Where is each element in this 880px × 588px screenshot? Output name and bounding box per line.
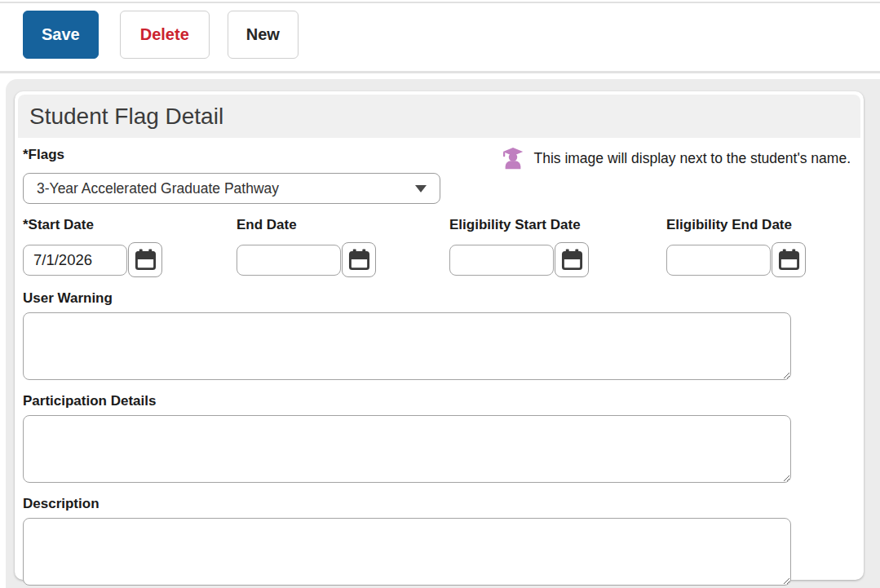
user-warning-field: User Warning <box>23 290 856 380</box>
save-button[interactable]: Save <box>23 11 99 59</box>
end-date-input[interactable] <box>237 245 341 276</box>
flags-label: *Flags <box>23 147 440 163</box>
panel-header: Student Flag Detail <box>18 95 860 138</box>
eligibility-end-date-input[interactable] <box>666 245 771 276</box>
panel-title: Student Flag Detail <box>29 104 223 130</box>
end-date-field: End Date <box>237 217 449 277</box>
delete-button[interactable]: Delete <box>120 11 210 59</box>
image-note-text: This image will display next to the stud… <box>533 150 851 167</box>
eligibility-start-date-calendar-button[interactable] <box>555 242 589 277</box>
calendar-icon <box>348 249 370 271</box>
start-date-input[interactable] <box>23 245 127 276</box>
end-date-calendar-button[interactable] <box>342 242 376 277</box>
content-area: Student Flag Detail *Flags 3-Year Accele… <box>0 79 880 588</box>
participation-details-field: Participation Details <box>23 393 856 483</box>
eligibility-start-date-input[interactable] <box>449 245 554 276</box>
eligibility-end-date-calendar-button[interactable] <box>772 242 806 277</box>
flags-select[interactable]: 3-Year Accelerated Graduate Pathway <box>23 173 440 204</box>
end-date-label: End Date <box>237 217 449 233</box>
calendar-icon <box>778 249 800 271</box>
new-button[interactable]: New <box>228 11 298 59</box>
eligibility-start-date-field: Eligibility Start Date <box>449 217 666 277</box>
description-label: Description <box>23 496 856 512</box>
eligibility-end-date-field: Eligibility End Date <box>666 217 806 277</box>
description-field: Description <box>23 496 856 586</box>
toolbar-gap <box>0 73 880 79</box>
participation-details-textarea[interactable] <box>23 415 791 483</box>
graduate-student-icon <box>501 146 525 170</box>
start-date-field: *Start Date <box>23 217 237 277</box>
calendar-icon <box>135 249 157 271</box>
start-date-label: *Start Date <box>23 217 237 233</box>
start-date-calendar-button[interactable] <box>128 242 162 277</box>
image-note: This image will display next to the stud… <box>501 146 851 170</box>
eligibility-end-date-label: Eligibility End Date <box>666 217 806 233</box>
student-flag-form: *Flags 3-Year Accelerated Graduate Pathw… <box>18 138 860 586</box>
calendar-icon <box>561 249 583 271</box>
description-textarea[interactable] <box>23 518 791 586</box>
eligibility-start-date-label: Eligibility Start Date <box>449 217 666 233</box>
flags-selected-value: 3-Year Accelerated Graduate Pathway <box>37 180 415 197</box>
flags-field: *Flags 3-Year Accelerated Graduate Pathw… <box>23 144 440 204</box>
dropdown-arrow-icon <box>415 185 427 192</box>
toolbar: Save Delete New <box>0 3 880 71</box>
user-warning-label: User Warning <box>23 290 856 307</box>
participation-details-label: Participation Details <box>23 393 856 409</box>
user-warning-textarea[interactable] <box>23 312 791 380</box>
student-flag-detail-panel: Student Flag Detail *Flags 3-Year Accele… <box>15 91 864 580</box>
